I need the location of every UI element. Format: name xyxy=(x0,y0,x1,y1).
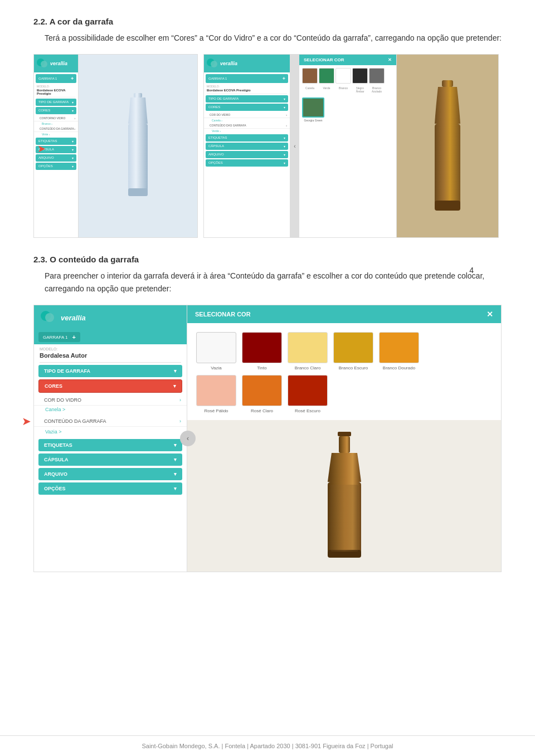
section-22-title: 2.2. A cor da garrafa xyxy=(33,17,502,26)
label-verde: Verde xyxy=(319,86,334,93)
s23-tab-row: GARRAFA 1 + xyxy=(34,330,187,344)
swatch-branco-dourado[interactable]: Branco Dourado xyxy=(379,332,419,370)
s23-sub-cor-vidro-label: COR DO VIDRO xyxy=(44,397,81,403)
close-icon-s23[interactable]: ✕ xyxy=(487,310,493,319)
swatch-rose-escuro[interactable]: Rosé Escuro xyxy=(288,375,328,413)
swatch-branco-azulado-s22[interactable] xyxy=(369,68,385,84)
swatch-rose-escuro-label: Rosé Escuro xyxy=(295,408,320,413)
swatch-rose-claro[interactable]: Rosé Claro xyxy=(242,375,282,413)
s22-right-panel: verallia GARRAFA 1 + MODELO: Bordalese E… xyxy=(203,54,499,238)
mini-arquivo-r: ARQUIVO▾ xyxy=(206,151,288,158)
s23-right-panel: SELECIONAR COR ✕ Vazia Tinto Bran xyxy=(187,305,501,572)
s23-menu-tipo[interactable]: TIPO DE GARRAFA ▾ xyxy=(38,365,182,377)
mini-tipo: TIPO DE GARRAFA▾ xyxy=(36,99,76,106)
s23-menu-capsula-label: CÁPSULA xyxy=(44,457,69,462)
s23-menu-opcoes-label: OPÇÕES xyxy=(44,486,66,491)
mini-conteudo-r: CONTEÚDO DAS GARRAFA› xyxy=(204,123,290,129)
mini-cor-vidro: COR DO VIDRO› xyxy=(204,112,290,118)
swatch-vazia-label: Vazia xyxy=(211,365,221,370)
swatch-negro-s22[interactable] xyxy=(352,68,368,84)
s23-sub-cor-vidro[interactable]: COR DO VIDRO › xyxy=(34,395,187,406)
selected-swatch-s22: Georgia Green xyxy=(299,95,396,125)
selected-swatch-box-s22[interactable] xyxy=(302,97,324,118)
s23-color-row1: Vazia Tinto Branco Claro Branco Escuro xyxy=(187,323,501,373)
s23-menu-etiquetas-label: ETIQUETAS xyxy=(44,442,72,448)
swatches-row1-s22 xyxy=(299,65,396,86)
section-23: 2.3. O conteúdo da garrafa Para preenche… xyxy=(33,255,502,572)
s23-bottle-area xyxy=(187,420,501,572)
svg-rect-1 xyxy=(128,124,148,191)
swatch-tinto-box[interactable] xyxy=(242,332,282,363)
s23-menu-opcoes[interactable]: OPÇÕES ▾ xyxy=(38,482,182,495)
mini-tipo-r: TIPO DE GARRAFA▾ xyxy=(206,95,288,103)
mini-tab-r: GARRAFA 1 xyxy=(208,77,227,80)
s23-tab-plus: + xyxy=(72,334,75,340)
svg-rect-10 xyxy=(330,485,358,552)
s23-conteudo-val: Vazia > xyxy=(34,428,187,437)
section-22-body: Terá a possibilidade de escolher em “Cor… xyxy=(45,32,502,44)
swatch-branco-escuro-box[interactable] xyxy=(333,332,373,363)
swatch-branco-claro-box[interactable] xyxy=(288,332,328,363)
swatch-verde-s22[interactable] xyxy=(319,68,334,84)
swatch-rose-escuro-box[interactable] xyxy=(288,375,328,406)
section-22: 2.2. A cor da garrafa Terá a possibilida… xyxy=(33,17,502,238)
s23-modelo-label: MODELO: xyxy=(34,344,187,352)
mini-contorno: CONTORNO VIDRO› xyxy=(34,115,78,121)
swatch-branco-dourado-label: Branco Dourado xyxy=(383,365,415,370)
swatch-tinto[interactable]: Tinto xyxy=(242,332,282,370)
s23-tab-garrafa[interactable]: GARRAFA 1 + xyxy=(38,332,80,342)
collapse-arrow-s22[interactable]: ‹ xyxy=(290,55,299,237)
svg-rect-7 xyxy=(339,436,350,453)
mini-tab: GARRAFA 1 xyxy=(38,77,57,80)
label-negro: Negro Âmbar xyxy=(352,86,368,93)
s23-color-selector-header: SELECIONAR COR ✕ xyxy=(187,305,501,323)
mini-label-modelo: MODELO: xyxy=(34,83,78,88)
big-bottle-s22 xyxy=(397,55,498,237)
swatch-rose-palido[interactable]: Rosé Pálido xyxy=(196,375,236,413)
mini-plus: + xyxy=(71,76,74,81)
s23-logo-text: verallia xyxy=(61,314,86,322)
close-icon-s22[interactable]: ✕ xyxy=(388,57,392,62)
swatch-branco-claro-label: Branco Claro xyxy=(295,365,321,370)
mini-opcoes: OPÇÕES▾ xyxy=(36,163,76,170)
mini-opcoes-r: OPÇÕES▾ xyxy=(206,159,288,167)
mini-model-r: Bordalese ECOVA Prestígio xyxy=(204,88,290,94)
mini-cores-r: CORES▾ xyxy=(206,104,288,111)
s23-menu-etiquetas[interactable]: ETIQUETAS ▾ xyxy=(38,439,182,451)
s23-menu-tipo-arrow: ▾ xyxy=(174,368,177,374)
swatch-vazia-box[interactable] xyxy=(196,332,236,363)
mini-branco: Branco › xyxy=(34,121,78,126)
s23-conteudo-row: ➤ CONTEÚDO DA GARRAFA › xyxy=(34,414,187,428)
s23-sub-conteudo[interactable]: CONTEÚDO DA GARRAFA › xyxy=(34,416,187,427)
s23-color-selector-title: SELECIONAR COR xyxy=(195,311,251,318)
swatch-branco-s22[interactable] xyxy=(335,68,351,84)
s23-collapse-btn[interactable]: ‹ xyxy=(180,431,196,446)
s23-left-ui: verallia GARRAFA 1 + MODELO: Bordalesa A… xyxy=(34,305,187,572)
swatch-branco-dourado-box[interactable] xyxy=(379,332,419,363)
label-branco: Branco xyxy=(335,86,351,93)
swatch-canela-s22[interactable] xyxy=(302,68,318,84)
swatch-vazia[interactable]: Vazia xyxy=(196,332,236,370)
selected-swatch-label-s22: Georgia Green xyxy=(302,119,324,122)
swatch-branco-escuro-label: Branco Escuro xyxy=(339,365,368,370)
swatch-branco-claro[interactable]: Branco Claro xyxy=(288,332,328,370)
swatch-rose-palido-label: Rosé Pálido xyxy=(204,408,228,413)
s23-menu-capsula[interactable]: CÁPSULA ▾ xyxy=(38,453,182,466)
s23-color-row2: Rosé Pálido Rosé Claro Rosé Escuro xyxy=(187,373,501,420)
mini-logo-text: verallia xyxy=(50,61,67,66)
swatch-branco-escuro[interactable]: Branco Escuro xyxy=(333,332,373,370)
bottle-svg-s22 xyxy=(123,90,153,202)
s23-tab-label: GARRAFA 1 xyxy=(43,335,67,340)
s23-divider xyxy=(40,362,181,363)
s23-main-panel: verallia GARRAFA 1 + MODELO: Bordalesa A… xyxy=(33,305,502,572)
s23-menu-arquivo-label: ARQUIVO xyxy=(44,471,67,477)
s23-menu-cores[interactable]: CORES ▾ xyxy=(38,379,182,393)
s23-menu-arquivo[interactable]: ARQUIVO ▾ xyxy=(38,468,182,480)
swatches-labels-s22: Canela Verde Branco Negro Âmbar Branco A… xyxy=(299,86,396,95)
swatch-rose-claro-box[interactable] xyxy=(242,375,282,406)
s23-menu-etiquetas-arrow: ▾ xyxy=(174,442,177,448)
label-branco-az: Branco Azulado xyxy=(369,86,385,93)
swatch-rose-palido-box[interactable] xyxy=(196,375,236,406)
s23-sub-cor-vidro-value: › xyxy=(179,397,181,403)
s23-header: verallia xyxy=(34,305,187,330)
